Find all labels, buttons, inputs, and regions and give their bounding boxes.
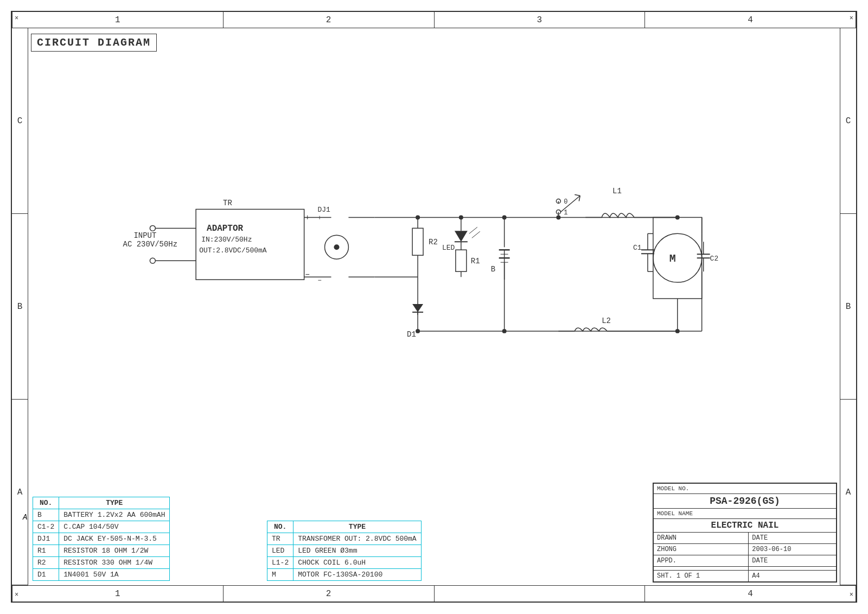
part-row-dj1: DJ1 DC JACK EY-505-N-M-3.5 <box>33 533 170 545</box>
part-type-tr: TRANSFOMER OUT: 2.8VDC 500mA <box>293 533 421 545</box>
grid-top: 1 2 3 4 <box>12 12 856 28</box>
l2-label: L2 <box>602 317 611 325</box>
dj1-dot <box>334 244 339 250</box>
part-row-d1: D1 1N4001 50V 1A <box>33 569 170 581</box>
grid-left: C B A <box>12 28 28 585</box>
appd-label: APPD. <box>657 557 676 565</box>
part-row-r1: R1 RESISTOR 18 OHM 1/2W <box>33 545 170 557</box>
led-arrow2 <box>472 231 480 238</box>
input-value: AC 230V/50Hz <box>123 240 177 249</box>
part-no-d1: D1 <box>33 569 59 581</box>
model-no-label-cell: MODEL NO. <box>654 484 837 494</box>
l1-coil <box>602 213 634 217</box>
adaptor-title: ADAPTOR <box>207 224 243 233</box>
model-no-val-cell: PSA-2926(GS) <box>654 494 837 509</box>
b-label: B <box>491 265 495 274</box>
led-label: LED <box>442 244 455 252</box>
grid-col-2: 2 <box>224 12 435 28</box>
motor-box <box>653 217 702 299</box>
c2-label: C2 <box>710 255 719 263</box>
l1-label: L1 <box>612 187 622 195</box>
part-no-led: LED <box>267 545 293 557</box>
date-value: 2003-06-10 <box>752 546 791 553</box>
drawn-value: ZHONG <box>657 546 676 553</box>
grid-row-b-right: B <box>840 214 856 400</box>
date-label: DATE <box>752 534 768 542</box>
part-type-l1-2: CHOCK COIL 6.0uH <box>293 557 421 569</box>
dj1-plus: + <box>318 214 322 222</box>
sht-value: 1 OF 1 <box>676 572 700 580</box>
l2-coil <box>575 328 607 331</box>
drawn-label-cell: DRAWN <box>654 533 749 544</box>
tr-label: TR <box>223 199 232 207</box>
date-value-cell: 2003-06-10 <box>749 544 837 555</box>
appd-label-cell: APPD. <box>654 555 749 567</box>
c1-label: C1 <box>633 244 642 252</box>
part-type-m: MOTOR FC-130SA-20100 <box>293 569 421 581</box>
drawn-label: DRAWN <box>657 534 676 542</box>
content-area: CIRCUIT DIAGRAM INPUT AC 230V/50Hz TR AD… <box>28 28 840 585</box>
grid-col-4: 4 <box>645 12 856 28</box>
paper-size: A4 <box>752 572 760 580</box>
dj1-minus: − <box>318 277 322 284</box>
model-name-value: ELECTRIC NAIL <box>711 521 779 530</box>
model-name-label-cell: MODEL NAME <box>654 509 837 519</box>
sw-0-label: 0 <box>564 199 567 206</box>
part-no-dj1: DJ1 <box>33 533 59 545</box>
motor-symbol <box>653 233 702 282</box>
sw-arrow1 <box>575 195 580 196</box>
parts-table-right-area: NO. TYPE TR TRANSFOMER OUT: 2.8VDC 500mA… <box>267 521 422 581</box>
parts-table-area: A NO. TYPE B BATTERY 1.2Vx2 AA 600mAH C1… <box>33 497 170 581</box>
drawn-value-cell: ZHONG <box>654 544 749 555</box>
part-no-c1-2: C1-2 <box>33 521 59 533</box>
sht-label: SHT. <box>657 572 673 580</box>
input-terminal-bot <box>150 258 155 263</box>
adaptor-plus: + <box>305 213 310 222</box>
adaptor-out: OUT:2.8VDC/500mA <box>199 246 267 255</box>
part-no-b: B <box>33 509 59 521</box>
input-terminal-top <box>150 225 155 231</box>
grid-bot-col-2: 2 <box>224 586 435 602</box>
part-no-r1: R1 <box>33 545 59 557</box>
part-no-m: M <box>267 569 293 581</box>
grid-bot-col-3 <box>435 586 646 602</box>
part-type-d1: 1N4001 50V 1A <box>59 569 170 581</box>
part-type-dj1: DC JACK EY-505-N-M-3.5 <box>59 533 170 545</box>
part-type-r1: RESISTOR 18 OHM 1/2W <box>59 545 170 557</box>
junction-r2-720 <box>416 215 420 219</box>
part-row-b: B BATTERY 1.2Vx2 AA 600mAH <box>33 509 170 521</box>
part-row-tr: TR TRANSFOMER OUT: 2.8VDC 500mA <box>267 533 422 545</box>
col-no-header-left: NO. <box>33 497 59 509</box>
r2-label: R2 <box>429 238 438 246</box>
col-no-header-right: NO. <box>267 521 293 533</box>
part-row-c1-2: C1-2 C.CAP 104/50V <box>33 521 170 533</box>
junction-motor-top <box>675 215 680 219</box>
adaptor-box <box>196 209 304 280</box>
appd-date-value-cell <box>749 567 837 571</box>
title-block: MODEL NO. PSA-2926(GS) MODEL NAME ELECTR… <box>653 483 837 583</box>
page: × × × × 1 2 3 4 1 2 4 C B A C B A CIRCUI… <box>11 11 857 603</box>
grid-bot-col-1: 1 <box>12 586 224 602</box>
parts-table-left: NO. TYPE B BATTERY 1.2Vx2 AA 600mAH C1-2… <box>33 497 170 581</box>
model-no-value: PSA-2926(GS) <box>710 496 780 507</box>
junction-r2-bus <box>459 215 463 219</box>
part-no-l1-2: L1-2 <box>267 557 293 569</box>
model-name-label: MODEL NAME <box>657 510 693 517</box>
part-row-m: M MOTOR FC-130SA-20100 <box>267 569 422 581</box>
r2-body <box>412 228 423 255</box>
d1-triangle <box>412 304 423 312</box>
input-label: INPUT <box>133 231 156 240</box>
part-row-l1-2: L1-2 CHOCK COIL 6.0uH <box>267 557 422 569</box>
grid-col-1: 1 <box>12 12 224 28</box>
model-no-label: MODEL NO. <box>657 485 689 492</box>
col-type-header-left: TYPE <box>59 497 170 509</box>
grid-row-c-left: C <box>12 28 28 214</box>
adaptor-minus: − <box>305 270 310 279</box>
sht-cell: SHT. 1 OF 1 <box>654 571 749 582</box>
led-triangle <box>455 231 468 242</box>
part-type-c1-2: C.CAP 104/50V <box>59 521 170 533</box>
grid-col-3: 3 <box>435 12 646 28</box>
appd-value-cell <box>654 567 749 571</box>
dj1-label: DJ1 <box>318 206 331 214</box>
grid-row-b-left: B <box>12 214 28 400</box>
